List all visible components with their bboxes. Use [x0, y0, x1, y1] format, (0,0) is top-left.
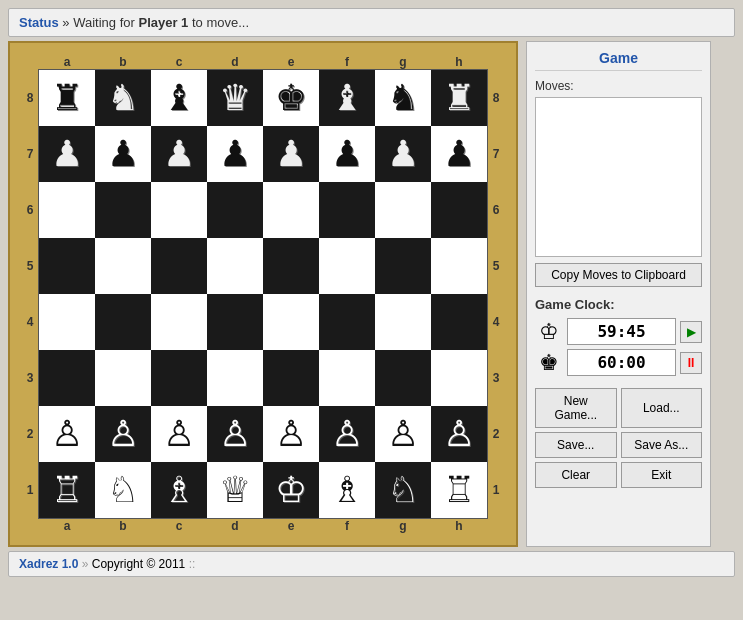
status-label: Status — [19, 15, 59, 30]
cell-4d[interactable] — [207, 294, 263, 350]
cell-7e[interactable]: ♟ — [263, 126, 319, 182]
rank-3: 3 — [22, 350, 38, 406]
cell-1a[interactable]: ♖ — [39, 462, 95, 518]
cell-2a[interactable]: ♙ — [39, 406, 95, 462]
right-panel: Game Moves: Copy Moves to Clipboard Game… — [526, 41, 711, 547]
cell-3f[interactable] — [319, 350, 375, 406]
cell-1d[interactable]: ♕ — [207, 462, 263, 518]
cell-8f[interactable]: ♝ — [319, 70, 375, 126]
file-label-f: f — [319, 55, 375, 69]
cell-6d[interactable] — [207, 182, 263, 238]
cell-5f[interactable] — [319, 238, 375, 294]
cell-2h[interactable]: ♙ — [431, 406, 487, 462]
copy-moves-button[interactable]: Copy Moves to Clipboard — [535, 263, 702, 287]
cell-6b[interactable] — [95, 182, 151, 238]
cell-3b[interactable] — [95, 350, 151, 406]
cell-7b[interactable]: ♟ — [95, 126, 151, 182]
cell-5e[interactable] — [263, 238, 319, 294]
black-clock-pause-button[interactable]: II — [680, 352, 702, 374]
status-suffix: to move... — [188, 15, 249, 30]
cell-2e[interactable]: ♙ — [263, 406, 319, 462]
cell-1h[interactable]: ♖ — [431, 462, 487, 518]
cell-1e[interactable]: ♔ — [263, 462, 319, 518]
cell-4a[interactable] — [39, 294, 95, 350]
black-king-icon: ♚ — [535, 350, 563, 376]
cell-6c[interactable] — [151, 182, 207, 238]
footer-brand: Xadrez 1.0 — [19, 557, 78, 571]
new-game-button[interactable]: New Game... — [535, 388, 617, 428]
cell-5d[interactable] — [207, 238, 263, 294]
cell-5c[interactable] — [151, 238, 207, 294]
save-as-button[interactable]: Save As... — [621, 432, 703, 458]
rank-2: 2 — [22, 406, 38, 462]
white-clock-play-button[interactable]: ▶ — [680, 321, 702, 343]
cell-4h[interactable] — [431, 294, 487, 350]
cell-3d[interactable] — [207, 350, 263, 406]
cell-1f[interactable]: ♗ — [319, 462, 375, 518]
cell-2g[interactable]: ♙ — [375, 406, 431, 462]
rank-5: 5 — [22, 238, 38, 294]
cell-8b[interactable]: ♞ — [95, 70, 151, 126]
cell-2b[interactable]: ♙ — [95, 406, 151, 462]
cell-3h[interactable] — [431, 350, 487, 406]
cell-8g[interactable]: ♞ — [375, 70, 431, 126]
rank-4: 4 — [22, 294, 38, 350]
cell-8h[interactable]: ♜ — [431, 70, 487, 126]
file-label-b: b — [95, 55, 151, 69]
cell-6e[interactable] — [263, 182, 319, 238]
cell-4b[interactable] — [95, 294, 151, 350]
cell-4c[interactable] — [151, 294, 207, 350]
cell-2d[interactable]: ♙ — [207, 406, 263, 462]
top-file-labels: a b c d e f g h — [39, 55, 487, 69]
game-clock-label: Game Clock: — [535, 297, 702, 312]
board-wrapper: a b c d e f g h 8 7 6 5 4 3 2 1 — [22, 55, 504, 533]
cell-6f[interactable] — [319, 182, 375, 238]
cell-1c[interactable]: ♗ — [151, 462, 207, 518]
load-button[interactable]: Load... — [621, 388, 703, 428]
cell-7a[interactable]: ♟ — [39, 126, 95, 182]
cell-3c[interactable] — [151, 350, 207, 406]
player-name: Player 1 — [138, 15, 188, 30]
rank-6: 6 — [22, 182, 38, 238]
cell-7f[interactable]: ♟ — [319, 126, 375, 182]
moves-label: Moves: — [535, 79, 702, 93]
cell-8c[interactable]: ♝ — [151, 70, 207, 126]
cell-1b[interactable]: ♘ — [95, 462, 151, 518]
cell-2f[interactable]: ♙ — [319, 406, 375, 462]
status-separator: » Waiting for — [62, 15, 138, 30]
chess-board[interactable]: ♜♞♝♛♚♝♞♜♟♟♟♟♟♟♟♟♙♙♙♙♙♙♙♙♖♘♗♕♔♗♘♖ — [38, 69, 488, 519]
cell-6g[interactable] — [375, 182, 431, 238]
cell-5g[interactable] — [375, 238, 431, 294]
black-clock-row: ♚ 60:00 II — [535, 349, 702, 376]
cell-3e[interactable] — [263, 350, 319, 406]
cell-6h[interactable] — [431, 182, 487, 238]
cell-8e[interactable]: ♚ — [263, 70, 319, 126]
cell-4f[interactable] — [319, 294, 375, 350]
cell-3a[interactable] — [39, 350, 95, 406]
footer-sep2: :: — [189, 557, 196, 571]
clear-button[interactable]: Clear — [535, 462, 617, 488]
white-clock-time: 59:45 — [567, 318, 676, 345]
cell-4e[interactable] — [263, 294, 319, 350]
file-label-a: a — [39, 55, 95, 69]
cell-5b[interactable] — [95, 238, 151, 294]
cell-6a[interactable] — [39, 182, 95, 238]
cell-1g[interactable]: ♘ — [375, 462, 431, 518]
cell-3g[interactable] — [375, 350, 431, 406]
white-clock-row: ♔ 59:45 ▶ — [535, 318, 702, 345]
footer: Xadrez 1.0 » Copyright © 2011 :: — [8, 551, 735, 577]
cell-7h[interactable]: ♟ — [431, 126, 487, 182]
cell-5h[interactable] — [431, 238, 487, 294]
cell-7g[interactable]: ♟ — [375, 126, 431, 182]
white-king-icon: ♔ — [535, 319, 563, 345]
cell-7c[interactable]: ♟ — [151, 126, 207, 182]
cell-4g[interactable] — [375, 294, 431, 350]
moves-textarea[interactable] — [535, 97, 702, 257]
cell-2c[interactable]: ♙ — [151, 406, 207, 462]
save-button[interactable]: Save... — [535, 432, 617, 458]
exit-button[interactable]: Exit — [621, 462, 703, 488]
cell-8a[interactable]: ♜ — [39, 70, 95, 126]
cell-7d[interactable]: ♟ — [207, 126, 263, 182]
cell-8d[interactable]: ♛ — [207, 70, 263, 126]
cell-5a[interactable] — [39, 238, 95, 294]
